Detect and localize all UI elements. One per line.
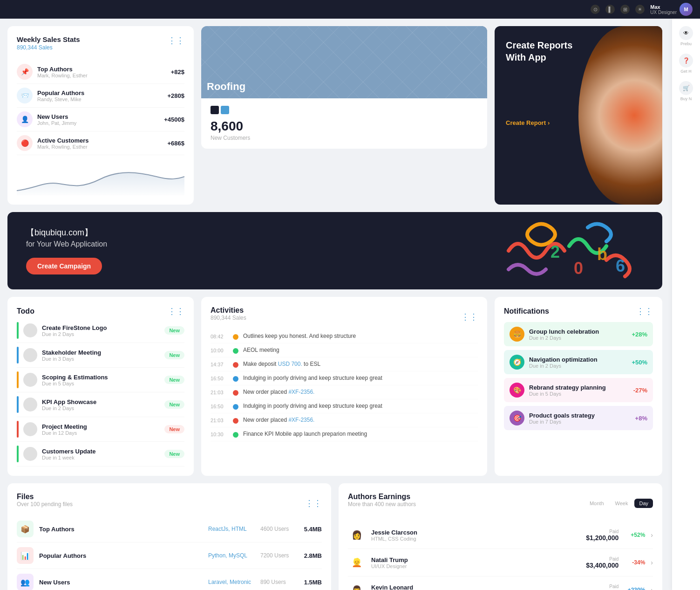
- todo-avatar: [23, 422, 37, 436]
- file-icon-0: 📦: [17, 521, 34, 537]
- prebu-label: Prebu: [680, 41, 692, 46]
- author-row-kevin: 👨 Kevin Leonard Art Director Paid $35,60…: [348, 576, 653, 590]
- geth-icon: ❓: [679, 54, 693, 68]
- todo-dots-icon[interactable]: ⋮⋮: [168, 306, 184, 316]
- author-name: Jessie Clarcson: [371, 529, 580, 536]
- panel-item-geth[interactable]: ❓ Get H: [679, 54, 693, 74]
- act-dot: [233, 334, 238, 340]
- arrow-right-icon[interactable]: ›: [651, 559, 653, 566]
- author-info-kevin: Kevin Leonard Art Director: [371, 584, 577, 590]
- authors-list: 👩 Jessie Clarcson HTML, CSS Coding Paid …: [348, 521, 653, 590]
- create-campaign-button[interactable]: Create Campaign: [26, 258, 102, 274]
- act-text: New order placed #XF-2356.: [243, 417, 314, 423]
- roofing-label: Roofing: [207, 81, 245, 93]
- stat-row-popular-authors: 📨 Popular Authors Randy, Steve, Mike +28…: [17, 84, 184, 108]
- period-buttons: Month Week Day: [585, 499, 653, 508]
- prebu-icon: 👁: [679, 26, 693, 40]
- notif-info-2: Rebrand strategy planning Due in 5 Days: [529, 384, 629, 397]
- notif-item-product: 🎯 Product goals strategy Due in 7 Days +…: [504, 406, 653, 430]
- todo-name: Scoping & Estimations: [42, 374, 160, 381]
- author-name: Natali Trump: [371, 556, 580, 563]
- author-change: +230%: [624, 587, 645, 590]
- act-link[interactable]: #XF-2356.: [288, 389, 314, 395]
- todo-due: Due in 3 Days: [42, 356, 160, 362]
- todo-bar-green: [17, 446, 19, 462]
- create-report-label: Create Report: [506, 119, 546, 126]
- author-avatar-natali: 👱: [348, 554, 366, 571]
- stats-dots-icon[interactable]: ⋮⋮: [168, 35, 184, 46]
- author-role: UI/UX Designer: [371, 563, 580, 569]
- user-role: UX Designer: [650, 10, 677, 15]
- grid-icon[interactable]: ⊞: [620, 5, 630, 14]
- create-report-link[interactable]: Create Report ›: [506, 119, 550, 126]
- todo-info: KPI App Showcase Due in 2 Days: [42, 398, 160, 411]
- act-link[interactable]: USD 700.: [278, 361, 302, 367]
- earnings-subtitle: More than 400 new authors: [348, 501, 416, 508]
- todo-bar-orange: [17, 371, 19, 388]
- stat-users: Randy, Steve, Mike: [37, 96, 163, 102]
- author-amount: $3,400,000: [586, 562, 618, 569]
- act-link[interactable]: #XF-2356.: [288, 417, 314, 423]
- svg-text:2: 2: [550, 242, 560, 261]
- activity-item-7: 10:30 Finance KPI Mobile app launch prep…: [211, 427, 478, 441]
- stat-row-new-users: 👤 New Users John, Pat, Jimmy +4500$: [17, 108, 184, 131]
- todo-name: KPI App Showcase: [42, 398, 160, 405]
- notif-icon-2: 🎨: [510, 383, 524, 398]
- file-tech: Laravel, Metronic: [208, 579, 255, 585]
- file-size: 2.8MB: [299, 552, 322, 559]
- file-name: New Users: [39, 579, 203, 586]
- act-dot: [233, 404, 238, 410]
- activity-item-6: 21:03 New order placed #XF-2356.: [211, 413, 478, 427]
- period-day-button[interactable]: Day: [634, 499, 653, 508]
- authors-earnings-card: Authors Earnings More than 400 new autho…: [339, 483, 662, 590]
- avatar[interactable]: M: [680, 3, 693, 16]
- stat-info-popular-authors: Popular Authors Randy, Steve, Mike: [37, 89, 163, 102]
- file-row-new-users: 👥 New Users Laravel, Metronic 890 Users …: [17, 569, 322, 590]
- stat-val: +4500$: [164, 116, 184, 123]
- notifications-title: Notifications: [504, 307, 549, 316]
- arrow-right-icon[interactable]: ›: [651, 586, 653, 590]
- stat-name: Active Customers: [37, 137, 163, 144]
- act-dot: [233, 418, 238, 424]
- notif-item-group-lunch: 🍔 Group lunch celebration Due in 2 Days …: [504, 322, 653, 346]
- notif-icon-0: 🍔: [510, 327, 524, 342]
- stat-name: New Users: [37, 113, 159, 120]
- stat-info-new-users: New Users John, Pat, Jimmy: [37, 113, 159, 126]
- reports-card: Create ReportsWith App Create Report ›: [495, 26, 662, 205]
- todo-item-project: Project Meeting Due in 12 Days New: [17, 417, 184, 442]
- todo-info: Project Meeting Due in 12 Days: [42, 423, 160, 436]
- files-card: Files Over 100 pending files ⋮⋮ 📦 Top Au…: [7, 483, 331, 590]
- files-dots-icon[interactable]: ⋮⋮: [305, 498, 322, 508]
- bars-icon[interactable]: ▌: [605, 5, 615, 14]
- right-panel: 👁 Prebu ❓ Get H 🛒 Buy N: [672, 19, 700, 590]
- todo-bar-red: [17, 421, 19, 438]
- panel-item-buyn[interactable]: 🛒 Buy N: [679, 81, 693, 101]
- notif-info-1: Navigation optimization Due in 2 Days: [529, 356, 627, 369]
- period-week-button[interactable]: Week: [611, 499, 633, 508]
- activity-item-1: 10:00 AEOL meeting: [211, 343, 478, 357]
- act-time: 08:42: [211, 334, 228, 339]
- activities-dots-icon[interactable]: ⋮⋮: [461, 312, 478, 322]
- todo-card: Todo ⋮⋮ Create FireStone Logo Due in 2 D…: [7, 297, 194, 476]
- file-size: 1.5MB: [299, 579, 322, 586]
- search-icon[interactable]: ⊙: [591, 5, 600, 14]
- author-row-jessie: 👩 Jessie Clarcson HTML, CSS Coding Paid …: [348, 521, 653, 549]
- todo-due: Due in 12 Days: [42, 430, 160, 436]
- notif-icon-1: 🧭: [510, 355, 524, 370]
- notifications-card: Notifications ⋮⋮ 🍔 Group lunch celebrati…: [495, 297, 662, 476]
- notif-name: Navigation optimization: [529, 356, 627, 363]
- buyn-icon: 🛒: [679, 81, 693, 95]
- file-name: Popular Authors: [39, 552, 203, 559]
- todo-name: Customers Update: [42, 448, 160, 455]
- sun-icon[interactable]: ☀: [635, 5, 645, 14]
- notif-dots-icon[interactable]: ⋮⋮: [636, 306, 653, 316]
- arrow-right-icon[interactable]: ›: [651, 531, 653, 539]
- author-earnings-jessie: Paid $1,200,000: [586, 529, 618, 542]
- period-month-button[interactable]: Month: [585, 499, 609, 508]
- todo-bar-blue: [17, 396, 19, 413]
- act-dot: [233, 432, 238, 438]
- stat-info-active-customers: Active Customers Mark, Rowling, Esther: [37, 137, 163, 150]
- buyn-label: Buy N: [680, 96, 692, 101]
- panel-item-prebu[interactable]: 👁 Prebu: [679, 26, 693, 46]
- notifications-list: 🍔 Group lunch celebration Due in 2 Days …: [504, 322, 653, 430]
